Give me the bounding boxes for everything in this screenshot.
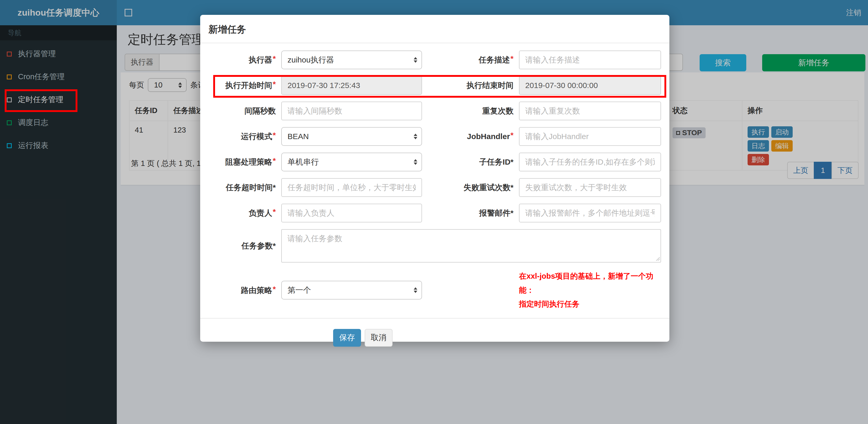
repeat-label: 重复次数 <box>428 106 514 116</box>
required-marker: * <box>510 54 514 63</box>
run-mode-select-value: BEAN <box>287 132 309 141</box>
modal-header: 新增任务 <box>200 15 670 43</box>
job-handler-input[interactable] <box>519 127 661 146</box>
form-row-interval-repeat: 间隔秒数 重复次数 <box>208 102 661 120</box>
select-caret-icon <box>414 287 417 293</box>
required-marker: * <box>273 54 276 63</box>
end-time-input[interactable] <box>519 76 661 95</box>
resize-handle-icon[interactable] <box>656 257 660 261</box>
required-marker: * <box>273 80 276 88</box>
executor-label: 执行器* <box>208 55 276 65</box>
required-marker: * <box>273 131 276 139</box>
job-desc-input[interactable] <box>519 51 661 69</box>
run-mode-select[interactable]: BEAN <box>281 127 422 146</box>
modal-footer: 保存 取消 <box>208 319 661 347</box>
job-handler-label: JobHandler* <box>428 132 514 141</box>
form-row-owner-email: 负责人* 报警邮件* <box>208 204 661 222</box>
interval-label: 间隔秒数 <box>208 106 276 116</box>
repeat-input[interactable] <box>519 102 661 120</box>
start-time-label: 执行开始时间* <box>208 80 276 90</box>
end-time-label: 执行结束时间 <box>428 80 514 90</box>
run-mode-label: 运行模式* <box>208 132 276 141</box>
route-strategy-select[interactable]: 第一个 <box>281 281 422 299</box>
block-strategy-label: 阻塞处理策略* <box>208 157 276 167</box>
form-row-executor-desc: 执行器* zuihou执行器 任务描述* <box>208 51 661 69</box>
route-strategy-label: 路由策略* <box>208 286 276 295</box>
save-button[interactable]: 保存 <box>333 329 361 347</box>
modal-body: 执行器* zuihou执行器 任务描述* 执行开始时间* 执行结束时间 间隔秒数… <box>200 43 670 347</box>
timeout-label: 任务超时时间* <box>208 183 276 192</box>
page-root: zuihou任务调度中心 注销 导航 执行器管理 Cron任务管理 定时任务管理… <box>0 0 868 424</box>
form-row-job-params: 任务参数* <box>208 229 661 263</box>
child-job-id-input[interactable] <box>519 153 661 171</box>
executor-select-value: zuihou执行器 <box>287 55 334 65</box>
child-job-id-label: 子任务ID* <box>428 157 514 167</box>
feature-note: 在xxl-jobs项目的基础上，新增了一个功能： 指定时间执行任务 <box>519 269 661 311</box>
fail-retry-input[interactable] <box>519 178 661 197</box>
required-marker: * <box>273 156 276 165</box>
modal-title: 新增任务 <box>209 24 246 35</box>
alarm-email-input[interactable] <box>519 204 661 222</box>
form-row-mode-handler: 运行模式* BEAN JobHandler* <box>208 127 661 146</box>
start-time-input[interactable] <box>281 76 422 95</box>
add-task-modal: 新增任务 执行器* zuihou执行器 任务描述* 执行开始时间* 执行结束时间… <box>200 15 670 342</box>
job-params-label: 任务参数* <box>208 241 276 251</box>
job-params-textarea-wrap <box>281 229 661 263</box>
form-row-time-range: 执行开始时间* 执行结束时间 <box>208 76 661 95</box>
interval-input[interactable] <box>281 102 422 120</box>
select-caret-icon <box>414 134 417 139</box>
fail-retry-label: 失败重试次数* <box>428 183 514 192</box>
job-desc-label: 任务描述* <box>428 55 514 65</box>
form-row-route-strategy: 路由策略* 第一个 在xxl-jobs项目的基础上，新增了一个功能： 指定时间执… <box>208 269 661 311</box>
owner-input[interactable] <box>281 204 422 222</box>
form-row-block-child: 阻塞处理策略* 单机串行 子任务ID* <box>208 153 661 171</box>
required-marker: * <box>510 131 514 139</box>
feature-note-line1: 在xxl-jobs项目的基础上，新增了一个功能： <box>519 269 661 297</box>
required-marker: * <box>273 285 276 293</box>
job-params-textarea[interactable] <box>281 229 661 263</box>
cancel-button[interactable]: 取消 <box>365 329 393 347</box>
block-strategy-select-value: 单机串行 <box>287 157 319 167</box>
route-strategy-select-value: 第一个 <box>287 285 311 296</box>
block-strategy-select[interactable]: 单机串行 <box>281 153 422 171</box>
form-row-timeout-retry: 任务超时时间* 失败重试次数* <box>208 178 661 197</box>
required-marker: * <box>273 207 276 216</box>
select-caret-icon <box>414 159 417 165</box>
alarm-email-label: 报警邮件* <box>428 208 514 218</box>
owner-label: 负责人* <box>208 208 276 218</box>
timeout-input[interactable] <box>281 178 422 197</box>
feature-note-line2: 指定时间执行任务 <box>519 297 661 311</box>
select-caret-icon <box>414 57 417 63</box>
executor-select[interactable]: zuihou执行器 <box>281 51 422 69</box>
